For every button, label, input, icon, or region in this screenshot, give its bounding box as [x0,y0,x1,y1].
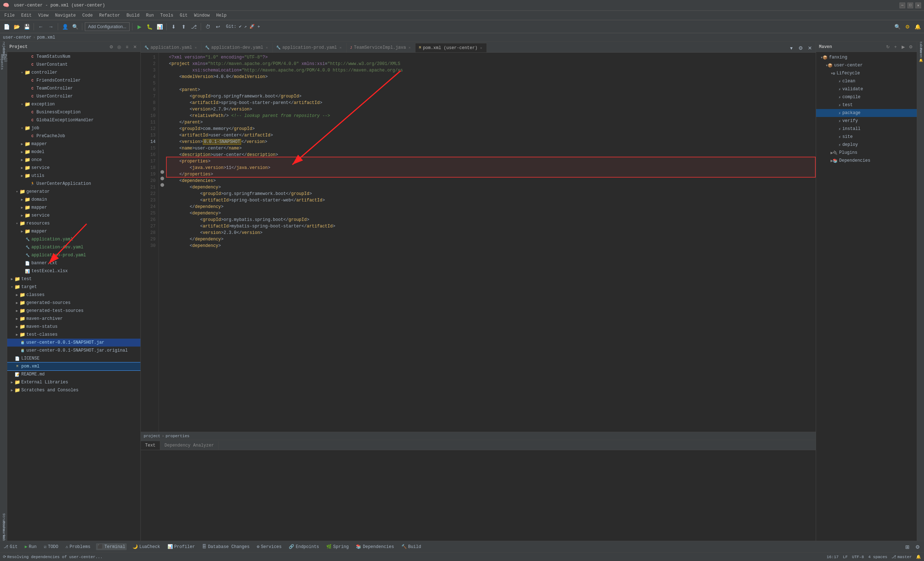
tab-team-service-impl[interactable]: J TeamServiceImpl.java ✕ [346,43,416,52]
web-icon[interactable]: Web [1,535,6,541]
toolbar-git-branch-btn[interactable]: ⎇ [189,22,198,31]
tab-close-btn[interactable]: ✕ [339,45,342,50]
list-item[interactable]: ▶ 📁 classes [7,291,140,299]
maven-lifecycle-verify[interactable]: ⚡ verify [816,117,917,125]
tab-text[interactable]: Text [141,441,160,450]
maven-lifecycle-package[interactable]: ⚡ package [816,109,917,117]
tab-dependency-analyzer[interactable]: Dependency Analyzer [160,441,219,450]
list-item[interactable]: ▶ 📁 utils [7,172,140,180]
breadcrumb-project[interactable]: user-center [3,35,32,40]
list-item[interactable]: 📄 LICENSE [7,354,140,363]
panel-collapse-btn[interactable]: ≡ [124,44,130,50]
menu-view[interactable]: View [35,12,52,19]
tab-application-dev-yaml[interactable]: 🔧 application-dev.yaml ✕ [201,43,273,52]
toolbar-user-btn[interactable]: 👤 [61,22,69,31]
tab-close-btn[interactable]: ✕ [408,45,411,50]
maven-module-item[interactable]: ▾ 📦 user-center [816,62,917,69]
maven-settings-btn[interactable]: ⚙ [908,44,914,50]
notifications-side-icon[interactable]: 🔔 [917,56,924,63]
list-item[interactable]: ▾ 📁 controller [7,69,140,76]
list-item[interactable]: 🔧 application.yaml [7,236,140,243]
maven-dependencies-folder[interactable]: ▶ 📚 Dependencies [816,157,917,165]
list-item[interactable]: ▶ 📁 once [7,156,140,164]
dependencies-tool-item[interactable]: 📚 Dependencies [354,543,395,550]
toolbar-back-btn[interactable]: ← [36,22,45,31]
tab-pom-xml[interactable]: M pom.xml (user-center) ✕ [416,43,487,52]
bottom-panel-content[interactable] [141,450,816,541]
list-item[interactable]: ▾ 📁 target [7,283,140,291]
panel-settings-btn[interactable]: ⚙ [108,44,114,50]
list-item[interactable]: M pom.xml [7,363,140,370]
list-item[interactable]: 🔧 application-prod.yaml [7,251,140,259]
pull-requests-icon[interactable]: Pull Requests [1,59,6,65]
list-item[interactable]: ▶ 📁 model [7,148,140,156]
list-item[interactable]: C UserConstant [7,61,140,69]
toolbar-git-update-btn[interactable]: ⬇ [169,22,178,31]
maximize-button[interactable]: □ [908,3,913,8]
luacheck-tool-item[interactable]: 🌙 LuaCheck [131,543,162,550]
list-item[interactable]: C UserController [7,92,140,100]
toolbar-git-push-btn[interactable]: ⬆ [179,22,188,31]
run-button[interactable]: ▶ [135,22,144,31]
menu-git[interactable]: Git [177,12,190,19]
maven-lifecycle-site[interactable]: ⚡ site [816,133,917,141]
list-item[interactable]: 📊 testExcel.xlsx [7,267,140,275]
status-branch[interactable]: ⎇ master [891,555,912,559]
list-item[interactable]: ▾ 📁 resources [7,219,140,227]
menu-build[interactable]: Build [123,12,142,19]
maven-lifecycle-validate[interactable]: ⚡ validate [816,85,917,93]
tab-application-prod-yaml[interactable]: 🔧 application-prod.yaml ✕ [273,43,346,52]
list-item[interactable]: ▶ 📁 mapper [7,140,140,148]
tab-close-btn[interactable]: ✕ [265,45,268,50]
menu-file[interactable]: File [2,12,18,19]
panel-scope-btn[interactable]: ◎ [116,44,122,50]
maven-lifecycle-folder[interactable]: ▾ ⚙ Lifecycle [816,69,917,77]
list-item[interactable]: C GlobalExceptionHandler [7,116,140,124]
spring-tool-item[interactable]: 🌿 Spring [325,543,350,550]
status-position[interactable]: 16:17 [826,555,838,559]
tab-application-yaml[interactable]: 🔧 application.yaml ✕ [141,43,201,52]
build-tool-item[interactable]: 🔨 Build [400,543,423,550]
toolbar-new-file-btn[interactable]: 📄 [2,22,11,31]
maven-lifecycle-install[interactable]: ⚡ install [816,125,917,133]
profiler-tool-item[interactable]: 📊 Profiler [166,543,197,550]
terminal-tool-item[interactable]: ⬛ Terminal [96,543,127,550]
minimize-button[interactable]: — [900,3,905,8]
tab-list-btn[interactable]: ▾ [787,44,795,52]
maven-lifecycle-clean[interactable]: ⚡ clean [816,77,917,85]
search-everywhere-btn[interactable]: 🔍 [893,22,902,31]
bookmarks-icon[interactable]: Bookmarks [1,527,6,533]
add-config-button[interactable]: Add Configuration... [85,22,130,31]
fold-icon[interactable]: ⬤ [160,170,164,174]
list-item[interactable]: 🏃 UserCenterApplication [7,180,140,188]
settings-tool-btn[interactable]: ⚙ [913,543,922,551]
maven-run-btn[interactable]: ▶ [900,44,906,50]
menu-tools[interactable]: Tools [158,12,176,19]
services-tool-item[interactable]: ⚙ Services [255,543,283,550]
status-lf[interactable]: LF [843,555,848,559]
debug-button[interactable]: 🐛 [145,22,154,31]
notifications-btn[interactable]: 🔔 [913,22,922,31]
list-item[interactable]: ▶ 📁 generated-sources [7,299,140,307]
maven-lifecycle-test[interactable]: ⚡ test [816,101,917,109]
status-indent[interactable]: 4 spaces [868,555,888,559]
list-item[interactable]: 🔧 application-dev.yaml [7,243,140,251]
menu-run[interactable]: Run [143,12,157,19]
todo-tool-item[interactable]: ☑ TODO [42,543,60,550]
run-tool-item[interactable]: ▶ Run [24,543,38,550]
toolbar-search-btn[interactable]: 🔍 [71,22,80,31]
toolbar-rollback-btn[interactable]: ↩ [214,22,222,31]
maven-root-item[interactable]: ▾ 📦 fanxing [816,53,917,62]
toolbar-history-btn[interactable]: ⏱ [204,22,212,31]
maven-plugins-folder[interactable]: ▶ 🔌 Plugins [816,149,917,157]
tab-close-btn[interactable]: ✕ [194,45,197,50]
maven-side-icon[interactable]: Maven [917,49,924,56]
list-item[interactable]: C BusinessException [7,108,140,116]
maven-lifecycle-deploy[interactable]: ⚡ deploy [816,141,917,149]
breadcrumb-file[interactable]: pom.xml [37,35,55,40]
bookmark-icon[interactable]: ⬤ [160,176,164,180]
list-item[interactable]: 🫙 user-center-0.0.1-SNAPSHOT.jar [7,339,140,346]
list-item[interactable]: ▾ 📁 exception [7,100,140,108]
close-button[interactable]: ✕ [915,3,921,8]
list-item[interactable]: ▶ 📁 maven-status [7,323,140,331]
